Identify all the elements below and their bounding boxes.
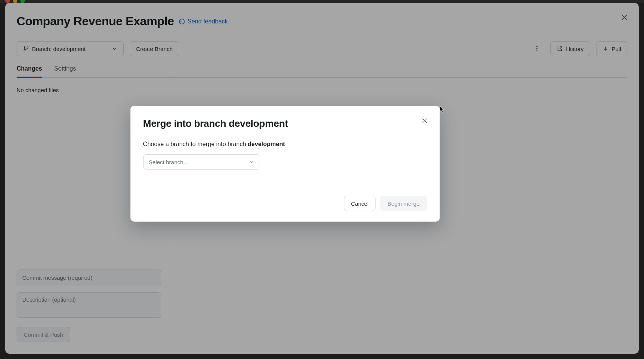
chevron-down-icon	[249, 159, 254, 165]
cancel-label: Cancel	[351, 200, 369, 207]
cancel-button[interactable]: Cancel	[344, 196, 376, 211]
select-branch-placeholder: Select branch...	[149, 159, 188, 165]
select-branch-dropdown[interactable]: Select branch...	[143, 154, 260, 169]
merge-modal: Merge into branch development Choose a b…	[130, 106, 440, 222]
modal-desc-branch: development	[248, 141, 285, 147]
close-icon	[421, 117, 428, 124]
modal-description: Choose a branch to merge into branch dev…	[143, 141, 427, 148]
begin-merge-button[interactable]: Begin merge	[380, 196, 427, 211]
begin-merge-label: Begin merge	[387, 200, 420, 207]
modal-title: Merge into branch development	[143, 118, 427, 129]
modal-desc-prefix: Choose a branch to merge into branch	[143, 141, 247, 147]
modal-close-button[interactable]	[419, 116, 430, 126]
modal-actions: Cancel Begin merge	[143, 196, 427, 211]
